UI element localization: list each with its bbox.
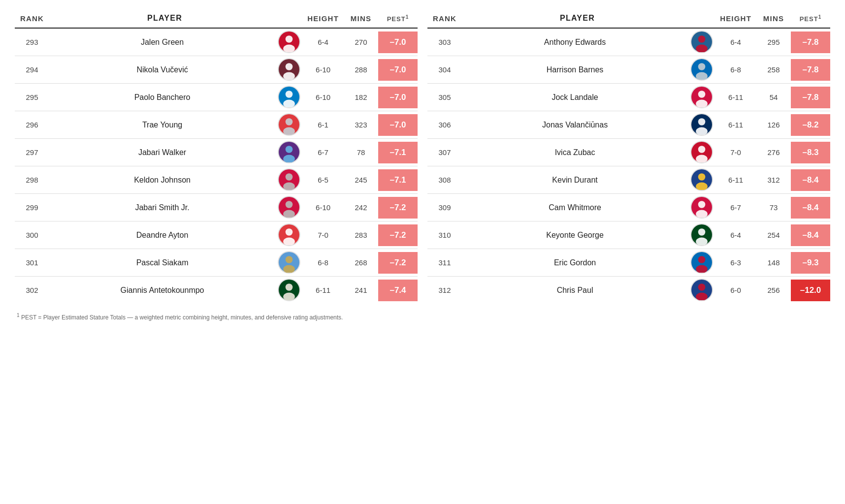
- table-row: 311 Eric Gordon 6-3 148 –9.3: [427, 249, 830, 277]
- rank-cell: 296: [15, 111, 49, 139]
- pest-cell: –7.8: [791, 84, 830, 111]
- height-cell: 6-3: [715, 249, 756, 277]
- mins-cell: 73: [756, 194, 791, 221]
- pest-badge: –7.8: [791, 87, 830, 108]
- pest-cell: –7.2: [378, 194, 418, 221]
- rank-cell: 298: [15, 166, 49, 194]
- table-row: 299 Jabari Smith Jr. 6-10 242 –7.2: [15, 194, 418, 221]
- height-cell: 6-11: [715, 166, 756, 194]
- rank-cell: 305: [427, 84, 462, 111]
- pest-cell: –7.2: [378, 221, 418, 249]
- mins-cell: 242: [344, 194, 378, 221]
- rank-cell: 306: [427, 111, 462, 139]
- player-avatar: [278, 58, 300, 81]
- pest-badge: –7.0: [378, 114, 418, 136]
- avatar-cell: [275, 249, 302, 277]
- player-name-cell: Keldon Johnson: [49, 166, 275, 194]
- player-avatar: [690, 58, 713, 81]
- player-avatar: [278, 196, 300, 219]
- right-table-body: 303 Anthony Edwards 6-4 295 –7.8 304 Har…: [427, 28, 830, 304]
- height-cell: 6-10: [302, 194, 344, 221]
- player-avatar: [278, 223, 300, 246]
- mins-cell: 148: [756, 249, 791, 277]
- table-row: 312 Chris Paul 6-0 256 –12.0: [427, 277, 830, 304]
- table-row: 303 Anthony Edwards 6-4 295 –7.8: [427, 28, 830, 56]
- avatar-cell: [688, 56, 715, 84]
- right-table-section: RANK PLAYER HEIGHT MINS PEST1 303 Anthon…: [427, 10, 830, 304]
- player-avatar: [278, 279, 300, 301]
- pest-cell: –7.2: [378, 249, 418, 277]
- svg-point-55: [698, 256, 705, 263]
- svg-point-40: [698, 118, 705, 126]
- pest-cell: –8.4: [791, 194, 830, 221]
- pest-cell: –7.0: [378, 111, 418, 139]
- left-player-header: PLAYER: [49, 10, 275, 28]
- player-avatar: [690, 113, 713, 136]
- mins-cell: 245: [344, 166, 378, 194]
- mins-cell: 78: [344, 139, 378, 166]
- pest-cell: –8.4: [791, 221, 830, 249]
- pest-cell: –7.1: [378, 166, 418, 194]
- player-name-cell: Kevin Durant: [462, 166, 688, 194]
- avatar-cell: [688, 111, 715, 139]
- tables-wrapper: RANK PLAYER HEIGHT MINS PEST1 293 Jalen …: [15, 10, 830, 304]
- svg-point-16: [285, 173, 292, 181]
- player-name-cell: Paolo Banchero: [49, 84, 275, 111]
- rank-cell: 300: [15, 221, 49, 249]
- pest-badge: –7.4: [378, 280, 418, 301]
- pest-cell: –7.4: [378, 277, 418, 304]
- pest-cell: –9.3: [791, 249, 830, 277]
- right-avatar-header: [688, 10, 715, 28]
- table-row: 304 Harrison Barnes 6-8 258 –7.8: [427, 56, 830, 84]
- avatar-cell: [275, 56, 302, 84]
- rank-cell: 307: [427, 139, 462, 166]
- mins-cell: 276: [756, 139, 791, 166]
- pest-badge: –7.8: [791, 32, 830, 53]
- rank-cell: 308: [427, 166, 462, 194]
- svg-point-4: [285, 63, 292, 70]
- player-name-cell: Jalen Green: [49, 28, 275, 56]
- avatar-cell: [688, 84, 715, 111]
- player-name-cell: Harrison Barnes: [462, 56, 688, 84]
- rank-cell: 301: [15, 249, 49, 277]
- avatar-cell: [688, 139, 715, 166]
- player-avatar: [690, 86, 713, 108]
- table-row: 297 Jabari Walker 6-7 78 –7.1: [15, 139, 418, 166]
- height-cell: 6-4: [715, 221, 756, 249]
- player-avatar: [278, 86, 300, 108]
- avatar-cell: [275, 139, 302, 166]
- player-avatar: [690, 223, 713, 246]
- svg-point-22: [285, 228, 292, 236]
- pest-badge: –8.4: [791, 224, 830, 246]
- svg-point-43: [698, 146, 705, 153]
- player-avatar: [690, 196, 713, 219]
- left-table: RANK PLAYER HEIGHT MINS PEST1 293 Jalen …: [15, 10, 418, 304]
- table-row: 298 Keldon Johnson 6-5 245 –7.1: [15, 166, 418, 194]
- height-cell: 6-8: [302, 249, 344, 277]
- table-row: 308 Kevin Durant 6-11 312 –8.4: [427, 166, 830, 194]
- svg-point-49: [698, 201, 705, 208]
- rank-cell: 312: [427, 277, 462, 304]
- mins-cell: 126: [756, 111, 791, 139]
- mins-cell: 241: [344, 277, 378, 304]
- table-row: 300 Deandre Ayton 7-0 283 –7.2: [15, 221, 418, 249]
- pest-cell: –8.2: [791, 111, 830, 139]
- player-name-cell: Jabari Walker: [49, 139, 275, 166]
- left-mins-header: MINS: [344, 10, 378, 28]
- height-cell: 6-11: [715, 84, 756, 111]
- player-avatar: [278, 113, 300, 136]
- left-table-section: RANK PLAYER HEIGHT MINS PEST1 293 Jalen …: [15, 10, 418, 304]
- height-cell: 6-4: [302, 28, 344, 56]
- avatar-cell: [275, 111, 302, 139]
- pest-cell: –7.0: [378, 56, 418, 84]
- table-row: 307 Ivica Zubac 7-0 276 –8.3: [427, 139, 830, 166]
- left-rank-header: RANK: [15, 10, 49, 28]
- svg-point-10: [285, 118, 292, 126]
- mins-cell: 288: [344, 56, 378, 84]
- height-cell: 6-7: [302, 139, 344, 166]
- player-name-cell: Cam Whitmore: [462, 194, 688, 221]
- right-height-header: HEIGHT: [715, 10, 756, 28]
- player-name-cell: Chris Paul: [462, 277, 688, 304]
- right-rank-header: RANK: [427, 10, 462, 28]
- height-cell: 7-0: [715, 139, 756, 166]
